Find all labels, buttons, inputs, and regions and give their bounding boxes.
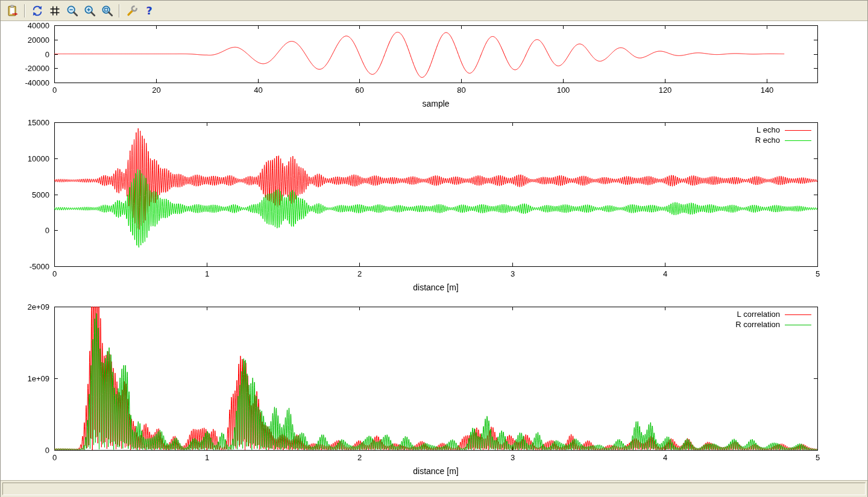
toggle-grid-button[interactable] <box>46 2 63 19</box>
plot-app-window: ? <box>0 0 868 497</box>
copy-to-clipboard-button[interactable] <box>4 2 20 19</box>
next-zoom-button[interactable] <box>81 2 98 19</box>
wrench-icon <box>126 5 138 17</box>
next-zoom-icon <box>84 5 96 17</box>
status-message <box>2 483 866 495</box>
echo-chart-canvas[interactable] <box>1 113 867 298</box>
configure-plot-button[interactable] <box>124 2 140 19</box>
previous-zoom-icon <box>66 5 78 17</box>
toolbar-separator <box>119 4 120 17</box>
toolbar: ? <box>1 1 867 21</box>
waveform-chart-canvas[interactable] <box>1 21 867 113</box>
grid-icon <box>49 5 61 17</box>
correlation-chart-canvas[interactable] <box>1 298 867 480</box>
replot-icon <box>31 5 43 17</box>
help-button[interactable]: ? <box>141 2 157 19</box>
help-icon: ? <box>146 5 152 16</box>
autoscale-button[interactable] <box>99 2 115 19</box>
autoscale-icon <box>101 5 113 17</box>
replot-button[interactable] <box>29 2 45 19</box>
copy-to-clipboard-icon <box>7 5 19 17</box>
toolbar-separator <box>24 4 25 17</box>
plot-area <box>1 21 867 480</box>
status-bar <box>1 480 867 497</box>
previous-zoom-button[interactable] <box>64 2 80 19</box>
